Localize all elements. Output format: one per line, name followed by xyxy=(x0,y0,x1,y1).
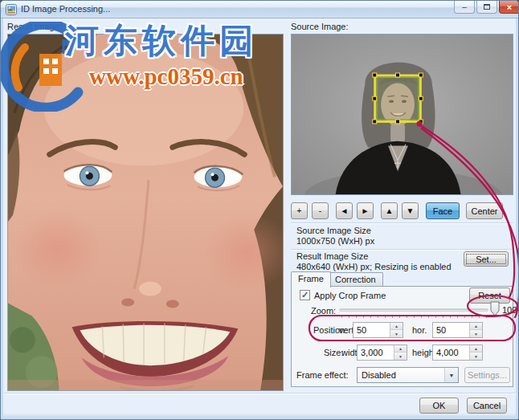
ok-button[interactable]: OK xyxy=(419,398,459,414)
minus-icon: - xyxy=(319,206,321,215)
apply-crop-frame-checkbox[interactable]: ✓ xyxy=(300,290,310,300)
cancel-button-label: Cancel xyxy=(473,401,501,410)
spin-down-icon[interactable]: ▼ xyxy=(394,353,407,360)
tab-correction-label: Correction xyxy=(335,275,376,284)
center-button-label: Center xyxy=(471,206,497,216)
check-icon: ✓ xyxy=(301,291,309,300)
set-button[interactable]: Set... xyxy=(464,251,509,267)
spin-up-icon[interactable]: ▲ xyxy=(470,323,482,330)
frame-effect-select[interactable]: Disabled ▼ xyxy=(357,367,459,383)
ok-button-label: OK xyxy=(433,401,446,410)
position-hor-spinner[interactable]: ▲ ▼ xyxy=(469,323,482,337)
result-photo xyxy=(8,35,283,390)
zoom-slider-thumb[interactable] xyxy=(490,301,500,316)
source-photo xyxy=(292,35,513,194)
minimize-button[interactable]: – xyxy=(454,1,475,14)
close-button[interactable]: × xyxy=(499,1,519,14)
spin-up-icon[interactable]: ▲ xyxy=(390,323,403,330)
move-down-button[interactable]: ▼ xyxy=(402,202,419,219)
spin-up-icon[interactable]: ▲ xyxy=(470,345,482,353)
source-image-preview[interactable] xyxy=(291,34,513,195)
zoom-slider-ticks xyxy=(341,316,488,318)
separator xyxy=(291,249,513,251)
position-vert-field: ▲ ▼ xyxy=(353,322,403,338)
spin-up-icon[interactable]: ▲ xyxy=(394,345,407,353)
spin-down-icon[interactable]: ▼ xyxy=(390,330,403,337)
position-vert-spinner[interactable]: ▲ ▼ xyxy=(390,323,403,337)
face-button[interactable]: Face xyxy=(426,202,460,219)
separator xyxy=(291,222,513,224)
zoom-label: Zoom: xyxy=(311,306,336,316)
result-size-value: 480x640 (WxH) px; Resizing is enabled xyxy=(296,262,452,271)
app-icon xyxy=(6,4,17,15)
title-bar[interactable]: ID Image Processing... – × xyxy=(1,1,518,18)
source-image-label: Source Image: xyxy=(291,22,349,31)
maximize-icon xyxy=(484,4,490,10)
apply-crop-frame-label: Apply Crop Frame xyxy=(314,291,386,300)
size-width-field: ▲ ▼ xyxy=(357,345,407,361)
close-icon: × xyxy=(507,2,512,12)
move-right-button[interactable]: ► xyxy=(357,202,374,219)
result-image-label: Result Image: xyxy=(7,22,62,31)
spin-down-icon[interactable]: ▼ xyxy=(470,353,482,360)
position-hor-field: ▲ ▼ xyxy=(432,322,483,338)
arrow-right-icon: ► xyxy=(362,206,370,215)
zoom-in-button[interactable]: + xyxy=(291,202,308,219)
center-button[interactable]: Center xyxy=(466,202,503,219)
result-size-title: Result Image Size xyxy=(296,251,368,261)
arrow-up-icon: ▲ xyxy=(386,206,394,215)
size-label: Size: xyxy=(324,348,343,357)
cancel-button[interactable]: Cancel xyxy=(467,398,507,414)
dialog-window: ID Image Processing... – × Result Image: xyxy=(0,0,519,420)
move-left-button[interactable]: ◄ xyxy=(336,202,353,219)
hor-label: hor. xyxy=(412,325,427,335)
position-hor-input[interactable] xyxy=(433,323,469,337)
chevron-down-icon: ▼ xyxy=(444,368,458,382)
size-height-field: ▲ ▼ xyxy=(432,345,483,361)
tab-frame-label: Frame xyxy=(298,274,324,283)
zoom-value: 100 xyxy=(502,305,517,315)
settings-button-label: Settings... xyxy=(468,370,507,380)
arrow-left-icon: ◄ xyxy=(341,206,349,215)
face-button-label: Face xyxy=(433,206,452,216)
size-width-input[interactable] xyxy=(358,345,394,360)
reset-button-label: Reset xyxy=(478,291,501,300)
set-button-label: Set... xyxy=(476,255,497,264)
tab-correction[interactable]: Correction xyxy=(328,272,383,287)
separator xyxy=(4,393,517,394)
position-vert-input[interactable] xyxy=(353,323,390,337)
move-up-button[interactable]: ▲ xyxy=(381,202,398,219)
minimize-icon: – xyxy=(462,2,467,11)
zoom-out-button[interactable]: - xyxy=(312,202,329,219)
source-size-value: 1000x750 (WxH) px xyxy=(296,236,374,246)
result-image-preview xyxy=(7,34,284,391)
window-title: ID Image Processing... xyxy=(21,4,110,14)
frame-effect-label: Frame effect: xyxy=(296,370,349,380)
arrow-down-icon: ▼ xyxy=(407,206,415,215)
frame-effect-value: Disabled xyxy=(362,370,396,380)
zoom-slider-track[interactable] xyxy=(339,308,488,312)
maximize-button[interactable] xyxy=(476,1,497,14)
size-height-spinner[interactable]: ▲ ▼ xyxy=(469,345,482,360)
plus-icon: + xyxy=(297,206,302,215)
source-size-title: Source Image Size xyxy=(296,226,371,235)
tab-frame[interactable]: Frame xyxy=(291,271,331,287)
spin-down-icon[interactable]: ▼ xyxy=(470,330,482,337)
settings-button[interactable]: Settings... xyxy=(464,367,510,383)
size-height-input[interactable] xyxy=(433,345,469,360)
size-width-spinner[interactable]: ▲ ▼ xyxy=(394,345,407,360)
